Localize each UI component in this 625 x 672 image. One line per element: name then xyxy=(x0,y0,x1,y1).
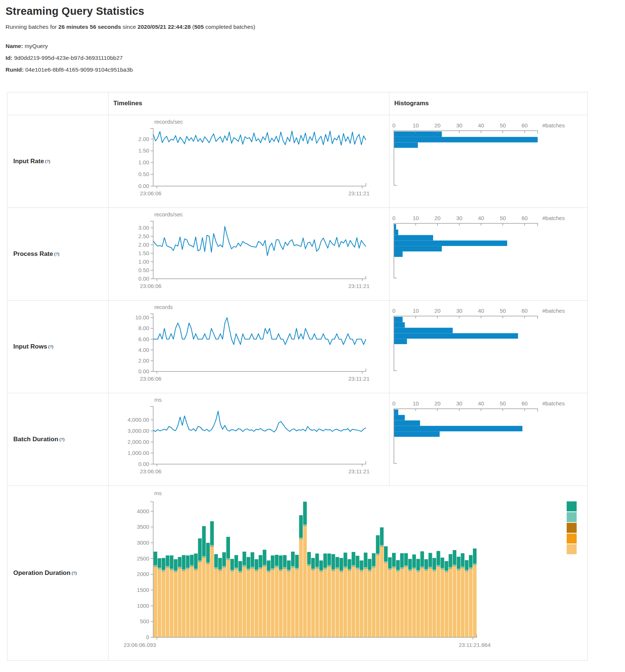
svg-text:30: 30 xyxy=(456,400,463,407)
histogram-chart-input-rate: 0102030405060#batches xyxy=(389,115,587,208)
query-runid-line: RunId: 04e101e6-8bf8-4165-9099-9104c951b… xyxy=(6,64,625,76)
histogram-chart-batch-duration: 0102030405060#batches xyxy=(389,393,587,486)
running-batches-summary: Running batches for 26 minutes 56 second… xyxy=(6,24,625,30)
input-rate-histogram: 0102030405060#batches xyxy=(389,115,587,208)
svg-text:40: 40 xyxy=(478,308,484,314)
statistics-table: Timelines Histograms Input Rate (?) reco… xyxy=(7,92,588,661)
svg-text:2500: 2500 xyxy=(137,555,149,561)
svg-text:23:11:21: 23:11:21 xyxy=(348,468,370,474)
svg-text:#batches: #batches xyxy=(542,122,565,128)
query-name-value: myQuery xyxy=(25,43,48,49)
svg-text:10: 10 xyxy=(413,308,419,314)
legend-swatch xyxy=(567,523,577,533)
svg-text:2,000.00: 2,000.00 xyxy=(128,439,149,445)
svg-text:1500: 1500 xyxy=(137,587,149,593)
query-id-value: 9d0dd219-995d-423e-b97d-36931110bb27 xyxy=(14,55,123,61)
input-rows-histogram: 0102030405060#batches xyxy=(389,301,587,393)
svg-text:0: 0 xyxy=(392,308,395,314)
histogram-chart-process-rate: 0102030405060#batches xyxy=(389,208,587,300)
svg-text:4.00: 4.00 xyxy=(138,346,149,353)
svg-text:23:11:21: 23:11:21 xyxy=(348,376,370,382)
svg-text:ms: ms xyxy=(154,490,162,496)
svg-text:23:06:06: 23:06:06 xyxy=(140,190,161,196)
svg-text:1.50: 1.50 xyxy=(138,147,149,154)
header-empty xyxy=(7,92,108,115)
help-icon[interactable]: (?) xyxy=(72,571,77,575)
svg-text:23:06:06.093: 23:06:06.093 xyxy=(124,642,156,648)
page-title: Streaming Query Statistics xyxy=(6,5,625,17)
timeline-chart-batch-duration: ms4,000.003,000.002,000.001,000.000.0023… xyxy=(108,393,389,486)
process-rate-line-chart: records/sec3.002.502.001.501.000.500.002… xyxy=(109,208,389,300)
svg-text:30: 30 xyxy=(456,308,463,314)
svg-text:2000: 2000 xyxy=(137,571,149,577)
svg-text:23:06:06: 23:06:06 xyxy=(140,376,161,382)
batch-duration-histogram: 0102030405060#batches xyxy=(389,393,587,486)
svg-text:50: 50 xyxy=(500,308,506,314)
svg-text:1.50: 1.50 xyxy=(138,250,149,256)
svg-text:2.00: 2.00 xyxy=(138,136,149,142)
operation-duration-stacked-chart: ms4000350030002500200015001000500023:06:… xyxy=(109,486,587,660)
svg-text:1.00: 1.00 xyxy=(138,159,149,165)
help-icon[interactable]: (?) xyxy=(48,344,54,349)
timeline-chart-input-rate: records/sec2.001.501.000.500.0023:06:062… xyxy=(108,115,389,208)
histogram-chart-input-rows: 0102030405060#batches xyxy=(389,300,587,393)
svg-text:40: 40 xyxy=(478,400,484,407)
help-icon[interactable]: (?) xyxy=(45,159,50,164)
svg-text:4,000.00: 4,000.00 xyxy=(128,416,149,423)
timeline-chart-process-rate: records/sec3.002.502.001.501.000.500.002… xyxy=(108,208,389,300)
svg-text:23:11:21.864: 23:11:21.864 xyxy=(459,642,491,648)
svg-text:23:11:21: 23:11:21 xyxy=(348,283,370,289)
row-label-operation-duration: Operation Duration (?) xyxy=(7,486,108,660)
svg-text:1,000.00: 1,000.00 xyxy=(128,450,149,456)
svg-text:records: records xyxy=(154,304,173,310)
svg-text:1.00: 1.00 xyxy=(138,258,149,265)
svg-text:0: 0 xyxy=(392,215,395,221)
input-rate-line-chart: records/sec2.001.501.000.500.0023:06:062… xyxy=(109,115,389,208)
header-histograms: Histograms xyxy=(389,92,587,115)
row-label-input-rows: Input Rows (?) xyxy=(7,300,108,393)
svg-text:50: 50 xyxy=(500,400,506,407)
svg-text:0.00: 0.00 xyxy=(138,461,149,467)
process-rate-histogram: 0102030405060#batches xyxy=(389,208,587,300)
svg-text:0: 0 xyxy=(392,400,395,407)
svg-text:0.00: 0.00 xyxy=(138,183,149,189)
row-label-process-rate: Process Rate (?) xyxy=(7,208,108,300)
svg-text:60: 60 xyxy=(522,308,528,314)
svg-text:0: 0 xyxy=(146,634,149,640)
header-timelines: Timelines xyxy=(108,92,389,115)
timeline-chart-input-rows: records10.008.006.004.002.000.0023:06:06… xyxy=(108,300,389,393)
svg-text:20: 20 xyxy=(435,122,441,128)
query-metadata: Name: myQuery Id: 9d0dd219-995d-423e-b97… xyxy=(6,40,625,76)
svg-text:2.00: 2.00 xyxy=(138,241,149,248)
svg-text:10: 10 xyxy=(413,400,419,407)
row-label-batch-duration: Batch Duration (?) xyxy=(7,393,108,486)
completed-batches-count: 505 xyxy=(194,24,204,30)
query-id-line: Id: 9d0dd219-995d-423e-b97d-36931110bb27 xyxy=(6,52,625,64)
help-icon[interactable]: (?) xyxy=(59,437,65,442)
batch-duration-line-chart: ms4,000.003,000.002,000.001,000.000.0023… xyxy=(109,393,389,486)
svg-text:3,000.00: 3,000.00 xyxy=(128,428,149,434)
svg-text:23:06:06: 23:06:06 xyxy=(140,468,161,474)
svg-text:records/sec: records/sec xyxy=(154,119,183,125)
help-icon[interactable]: (?) xyxy=(54,252,59,256)
svg-text:0.50: 0.50 xyxy=(138,171,149,177)
row-label-input-rate: Input Rate (?) xyxy=(7,115,108,208)
svg-text:6.00: 6.00 xyxy=(138,336,149,342)
svg-text:20: 20 xyxy=(435,400,441,407)
svg-text:20: 20 xyxy=(435,308,441,314)
svg-text:30: 30 xyxy=(456,215,463,221)
svg-text:60: 60 xyxy=(522,215,528,221)
svg-text:records/sec: records/sec xyxy=(154,211,183,217)
query-runid-value: 04e101e6-8bf8-4165-9099-9104c951ba3b xyxy=(25,66,133,73)
svg-text:0.00: 0.00 xyxy=(138,275,149,282)
svg-text:50: 50 xyxy=(500,215,506,221)
svg-text:10.00: 10.00 xyxy=(135,314,149,320)
svg-text:3.00: 3.00 xyxy=(138,224,149,231)
svg-text:50: 50 xyxy=(500,122,506,128)
svg-text:8.00: 8.00 xyxy=(138,325,149,331)
streaming-statistics-page: Streaming Query Statistics Running batch… xyxy=(0,0,625,661)
svg-text:60: 60 xyxy=(522,122,528,128)
svg-text:40: 40 xyxy=(478,215,484,221)
svg-text:2.00: 2.00 xyxy=(138,357,149,364)
legend-swatch xyxy=(567,534,577,544)
